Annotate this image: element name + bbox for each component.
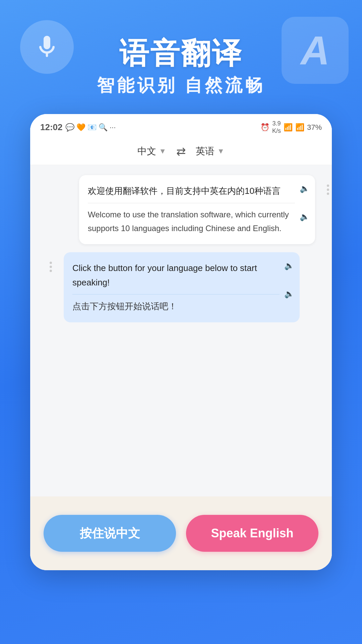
phone-top-bar: 12:02 💬 🧡 📧 🔍 ··· ⏰ 3.9K/s 📶 📶 37% 中文 ▼ (30, 114, 332, 165)
status-alarm: ⏰ (260, 123, 269, 132)
status-battery: 37% (307, 123, 322, 132)
status-speed: 3.9K/s (272, 120, 281, 135)
msg-chinese-prompt: 点击下方按钮开始说话吧！ (72, 299, 280, 314)
target-lang-dropdown-icon: ▼ (217, 147, 225, 156)
msg-chinese-text: 欢迎使用翻译软件，目前支持中英在内的10种语言 (88, 184, 295, 198)
app-subtitle: 智能识别 自然流畅 (0, 74, 362, 97)
target-language-label: 英语 (196, 145, 215, 158)
sound-english-icon[interactable]: 🔈 (300, 212, 310, 221)
speak-english-button[interactable]: Speak English (186, 515, 318, 552)
message-right-1: 欢迎使用翻译软件，目前支持中英在内的10种语言 Welcome to use t… (79, 175, 315, 244)
status-icons: 💬 🧡 📧 🔍 ··· (65, 123, 116, 132)
message-left-1: Click the button for your language below… (64, 252, 300, 323)
speak-chinese-button[interactable]: 按住说中文 (44, 515, 176, 552)
app-title: 语音翻译 (0, 34, 362, 73)
message-more-dots[interactable] (327, 184, 329, 195)
status-right: ⏰ 3.9K/s 📶 📶 37% (260, 120, 322, 135)
status-wifi: 📶 (284, 123, 293, 132)
status-time: 12:02 (40, 122, 63, 132)
source-lang-dropdown-icon: ▼ (159, 147, 166, 156)
sound-chinese-prompt-icon[interactable]: 🔈 (284, 289, 294, 299)
message-left-more-dots[interactable] (50, 262, 52, 272)
sound-chinese-icon[interactable]: 🔈 (300, 184, 310, 193)
phone-mockup: 12:02 💬 🧡 📧 🔍 ··· ⏰ 3.9K/s 📶 📶 37% 中文 ▼ (30, 114, 332, 570)
source-language-label: 中文 (137, 145, 156, 158)
swap-language-icon[interactable]: ⇄ (176, 145, 186, 158)
bottom-action-bar: 按住说中文 Speak English (30, 496, 332, 570)
msg-english-prompt: Click the button for your language below… (72, 261, 280, 290)
source-language-selector[interactable]: 中文 ▼ (137, 145, 166, 158)
status-bar: 12:02 💬 🧡 📧 🔍 ··· ⏰ 3.9K/s 📶 📶 37% (30, 114, 332, 138)
msg-english-text: Welcome to use the translation software,… (88, 208, 295, 235)
sound-english-prompt-icon[interactable]: 🔈 (284, 261, 294, 270)
status-signal: 📶 (295, 123, 304, 132)
target-language-selector[interactable]: 英语 ▼ (196, 145, 225, 158)
language-bar: 中文 ▼ ⇄ 英语 ▼ (30, 138, 332, 165)
status-left: 12:02 💬 🧡 📧 🔍 ··· (40, 122, 116, 132)
